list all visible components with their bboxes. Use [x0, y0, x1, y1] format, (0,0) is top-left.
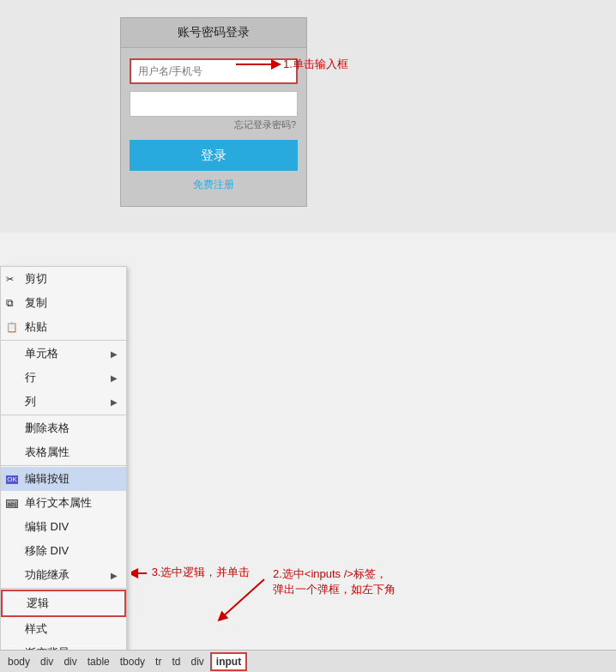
menu-item-paste[interactable]: 📋粘贴 [1, 315, 126, 339]
arrow-2-icon [213, 575, 316, 627]
menu-item-label: 编辑按钮 [25, 471, 69, 487]
status-bar-item-body-0[interactable]: body [3, 654, 34, 669]
login-card: 账号密码登录 忘记登录密码? 登录 免费注册 [120, 17, 307, 207]
arrow-1-icon [232, 56, 283, 73]
scissors-icon [6, 274, 14, 285]
menu-item-cut[interactable]: 剪切 [1, 267, 126, 291]
menu-item-edit-btn[interactable]: OK编辑按钮 [1, 467, 126, 491]
menu-item-del-table[interactable]: 删除表格 [1, 416, 126, 440]
menu-item-label: 表格属性 [25, 445, 69, 460]
menu-item-label: 删除表格 [25, 421, 69, 436]
login-title: 账号密码登录 [178, 25, 250, 39]
menu-item-label: 行 [25, 370, 36, 385]
annotation-1-group: 1.单击输入框 [232, 56, 348, 73]
status-bar-item-div-7[interactable]: div [186, 654, 208, 669]
submenu-arrow-icon: ▶ [111, 571, 118, 580]
status-bar-item-tr-5[interactable]: tr [151, 654, 166, 669]
menu-item-label: 单行文本属性 [25, 495, 92, 511]
context-menu: 剪切⧉复制📋粘贴单元格▶行▶列▶删除表格表格属性OK编辑按钮ab|单行文本属性编… [0, 266, 127, 666]
menu-item-edit-div[interactable]: 编辑 DIV [1, 515, 126, 539]
menu-item-table-attr[interactable]: 表格属性 [1, 440, 126, 464]
status-bar-item-td-6[interactable]: td [167, 654, 184, 669]
status-bar-item-tbody-4[interactable]: tbody [116, 654, 149, 669]
menu-item-logic[interactable]: 逻辑 [1, 590, 126, 617]
annotation-1-text: 1.单击输入框 [283, 57, 348, 72]
status-bar-item-div-2[interactable]: div [59, 654, 81, 669]
menu-item-label: 功能继承 [25, 567, 69, 583]
menu-item-label: 移除 DIV [25, 543, 69, 559]
submenu-arrow-icon: ▶ [111, 397, 118, 407]
password-input[interactable] [130, 91, 298, 117]
svg-line-2 [221, 579, 264, 618]
menu-item-move-div[interactable]: 移除 DIV [1, 539, 126, 563]
menu-item-label: 编辑 DIV [25, 519, 69, 535]
btn-icon: OK [6, 474, 20, 484]
menu-item-copy[interactable]: ⧉复制 [1, 291, 126, 315]
login-button[interactable]: 登录 [130, 140, 298, 171]
menu-item-label: 列 [25, 394, 36, 409]
menu-item-label: 单元格 [25, 346, 58, 361]
menu-item-col[interactable]: 列▶ [1, 390, 126, 414]
paste-icon: 📋 [6, 322, 18, 333]
copy-icon: ⧉ [6, 297, 14, 309]
forgot-password-link[interactable]: 忘记登录密码? [130, 118, 298, 131]
menu-item-label: 复制 [25, 295, 47, 311]
menu-item-func-inherit[interactable]: 功能继承▶ [1, 563, 126, 587]
menu-item-single-text[interactable]: ab|单行文本属性 [1, 491, 126, 515]
menu-item-label: 粘贴 [25, 319, 47, 335]
status-bar-item-table-3[interactable]: table [83, 654, 114, 669]
submenu-arrow-icon: ▶ [111, 349, 118, 359]
menu-item-cell[interactable]: 单元格▶ [1, 342, 126, 366]
register-link[interactable]: 免费注册 [130, 178, 298, 196]
annotation-2: 2.选中<inputs />标签， 弹出一个弹框，如左下角 [264, 566, 396, 597]
menu-item-label: 逻辑 [27, 596, 49, 611]
status-bar-item-div-1[interactable]: div [36, 654, 57, 669]
submenu-arrow-icon: ▶ [111, 373, 118, 383]
status-bar: bodydivdivtabletbodytrtddivinput [0, 650, 616, 672]
login-card-header: 账号密码登录 [121, 18, 306, 48]
menu-item-style[interactable]: 样式 [1, 617, 126, 641]
menu-item-label: 样式 [25, 621, 47, 637]
status-bar-item-input-8[interactable]: input [210, 652, 247, 671]
field-icon: ab| [6, 498, 20, 508]
login-area: 账号密码登录 忘记登录密码? 登录 免费注册 [0, 0, 616, 233]
menu-item-label: 剪切 [25, 271, 47, 287]
arrow-3-icon [131, 565, 148, 582]
menu-item-row[interactable]: 行▶ [1, 366, 126, 390]
